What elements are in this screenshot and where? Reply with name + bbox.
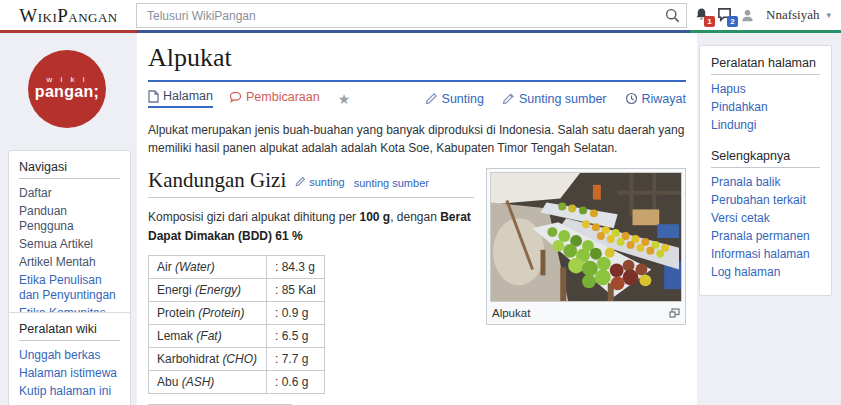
article-content: Alpukat Halaman Pembicaraan ★ Sunting (137, 33, 697, 405)
pencil-icon (425, 92, 438, 105)
chevron-down-icon[interactable]: ▾ (826, 10, 831, 20)
action-riwayat-label: Riwayat (642, 92, 686, 106)
action-riwayat[interactable]: Riwayat (625, 92, 686, 106)
composition-bold-1: 100 g (359, 210, 390, 224)
nutrient-name: Protein (157, 306, 198, 320)
sidebar-item-pindahkan[interactable]: Pindahkan (711, 100, 820, 115)
notifications-alerts-button[interactable]: 1 (694, 7, 710, 23)
search-input[interactable] (137, 4, 658, 27)
sidebar-item-etika-penulisan[interactable]: Etika Penulisan dan Penyuntingan (19, 273, 120, 303)
table-row: Air (Water) : 84.3 g (149, 256, 325, 279)
top-header: WikiPangan 1 2 Nnafsiyah (0, 0, 841, 30)
sidebar-item-versi-cetak[interactable]: Versi cetak (711, 211, 820, 226)
section-title: Kandungan Gizi (148, 168, 286, 193)
composition-text-1: Komposisi gizi dari alpukat dihitung per (148, 210, 359, 224)
page-title: Alpukat (148, 43, 686, 82)
search-icon (665, 8, 680, 23)
search-bar (136, 3, 687, 28)
header-bar-green (690, 30, 841, 33)
sidebar-item-halaman-istimewa[interactable]: Halaman istimewa (19, 366, 120, 381)
kandungan-gizi-section: Kandungan Gizi sunting sunting sumber Ko… (148, 168, 686, 405)
sidebar-item-semua-artikel[interactable]: Semua Artikel (19, 237, 120, 252)
nutrient-value: : 7.7 g (267, 348, 325, 371)
nutrient-name: Abu (157, 375, 182, 389)
action-sunting-label: Sunting (442, 92, 484, 106)
nutrient-latin: (Water) (175, 260, 215, 274)
action-sunting-sumber[interactable]: Sunting sumber (502, 92, 607, 106)
nav-heading: Navigasi (19, 160, 120, 179)
nutrition-table-main: Air (Water) : 84.3 g Energi (Energy) : 8… (148, 255, 325, 394)
site-logo[interactable]: w i k i pangan; (28, 50, 106, 128)
user-menu[interactable]: Nnafsiyah (766, 7, 819, 23)
section-edit-link[interactable]: sunting (295, 176, 344, 188)
wiki-tools-heading: Peralatan wiki (19, 322, 120, 341)
sidebar-item-pranala-balik[interactable]: Pranala balik (711, 175, 820, 190)
figure-caption-row: Alpukat (490, 302, 682, 321)
page-tools-group: Peralatan halaman Hapus Pindahkan Lindun… (711, 56, 820, 133)
search-button[interactable] (658, 4, 686, 27)
messages-badge: 2 (727, 16, 738, 27)
fruit-stand-photo (490, 172, 682, 302)
sidebar-item-kutip-halaman[interactable]: Kutip halaman ini (19, 384, 120, 399)
pencil-source-icon (502, 92, 515, 105)
nutrient-value: : 6.5 g (267, 325, 325, 348)
user-area: 1 2 Nnafsiyah ▾ (694, 0, 831, 30)
site-wordmark[interactable]: WikiPangan (0, 0, 137, 30)
table-row: Protein (Protein) : 0.9 g (149, 302, 325, 325)
pencil-icon (295, 176, 306, 187)
section-heading-row: Kandungan Gizi sunting sunting sumber (148, 168, 474, 198)
sidebar-item-panduan-pengguna[interactable]: Panduan Pengguna (19, 204, 120, 234)
section-edit-source-link[interactable]: sunting sumber (354, 177, 429, 189)
table-row: Karbohidrat (CHO) : 7.7 g (149, 348, 325, 371)
section-edit-source-label: sunting sumber (354, 177, 429, 189)
nutrient-latin: (Protein) (198, 306, 244, 320)
nutrient-name: Lemak (157, 329, 196, 343)
notifications-messages-button[interactable]: 2 (717, 7, 733, 23)
nutrient-value: : 85 Kal (267, 279, 325, 302)
header-bar-blue (137, 30, 690, 33)
nutrient-name: Air (157, 260, 175, 274)
enlarge-icon[interactable] (669, 308, 680, 318)
tab-halaman[interactable]: Halaman (148, 89, 213, 108)
sidebar-item-lindungi[interactable]: Lindungi (711, 118, 820, 133)
header-bar-red (0, 30, 137, 33)
figure-column: Alpukat (486, 168, 686, 405)
composition-text-2: , dengan (390, 210, 440, 224)
watchlist-star-icon[interactable]: ★ (338, 91, 351, 107)
nutrient-latin: (Energy) (195, 283, 241, 297)
user-avatar-icon (740, 8, 755, 23)
page-tools-heading: Peralatan halaman (711, 56, 820, 75)
alerts-badge: 1 (704, 16, 715, 27)
nutrient-latin: (Fat) (196, 329, 221, 343)
table-row: Abu (ASH) : 0.6 g (149, 371, 325, 394)
tab-pembicaraan-label: Pembicaraan (246, 90, 320, 104)
more-heading: Selengkapnya (711, 149, 820, 168)
article-thumbnail[interactable]: Alpukat (486, 168, 686, 325)
sidebar-item-informasi-halaman[interactable]: Informasi halaman (711, 247, 820, 262)
sidebar-item-hapus[interactable]: Hapus (711, 82, 820, 97)
action-sunting-sumber-label: Sunting sumber (519, 92, 607, 106)
section-text-column: Kandungan Gizi sunting sunting sumber Ko… (148, 168, 474, 405)
nutrient-value: : 84.3 g (267, 256, 325, 279)
section-edit-label: sunting (309, 176, 344, 188)
page-icon (148, 90, 159, 103)
sidebar-item-pranala-permanen[interactable]: Pranala permanen (711, 229, 820, 244)
logo-line2: pangan; (28, 83, 106, 101)
sidebar-item-artikel-mentah[interactable]: Artikel Mentah (19, 255, 120, 270)
tab-halaman-label: Halaman (163, 89, 213, 103)
nutrient-name: Energi (157, 283, 195, 297)
action-sunting[interactable]: Sunting (425, 92, 484, 106)
sidebar-item-log-halaman[interactable]: Log halaman (711, 265, 820, 280)
sidebar-item-perubahan-terkait[interactable]: Perubahan terkait (711, 193, 820, 208)
sidebar-page-tools: Peralatan halaman Hapus Pindahkan Lindun… (699, 45, 832, 296)
tab-pembicaraan[interactable]: Pembicaraan (229, 90, 320, 107)
sidebar-wiki-tools: Peralatan wiki Unggah berkas Halaman ist… (8, 312, 131, 405)
talk-bubble-icon (229, 91, 242, 103)
tab-bar: Halaman Pembicaraan ★ Sunting Sunting su… (148, 89, 686, 108)
nutrient-latin: (ASH) (182, 375, 215, 389)
sidebar-item-daftar[interactable]: Daftar (19, 186, 120, 201)
intro-paragraph: Alpukat merupakan jenis buah-buahan yang… (148, 121, 686, 157)
sidebar-item-unggah-berkas[interactable]: Unggah berkas (19, 348, 120, 363)
clock-icon (625, 92, 638, 105)
composition-paragraph: Komposisi gizi dari alpukat dihitung per… (148, 208, 474, 245)
